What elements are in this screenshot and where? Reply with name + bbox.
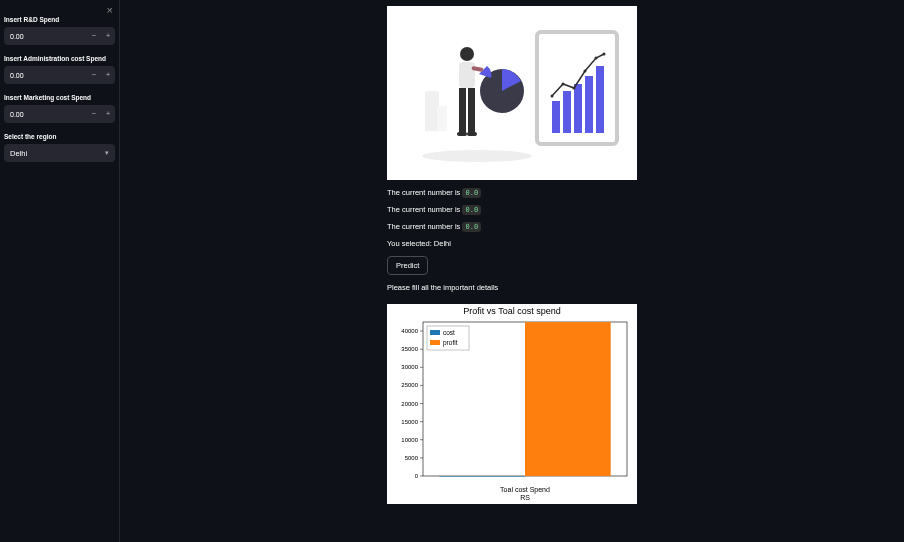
profit-cost-chart: Profit vs Toal cost spend050001000015000… [387,304,637,504]
svg-rect-50 [430,340,440,345]
marketing-spend-increment[interactable]: + [101,105,115,123]
svg-rect-21 [425,91,439,131]
svg-rect-6 [596,66,604,133]
svg-point-8 [562,83,565,86]
close-icon[interactable]: × [107,4,113,16]
svg-text:35000: 35000 [401,346,418,352]
region-select[interactable]: Delhi ▾ [4,144,115,162]
svg-point-14 [460,47,474,61]
admin-spend-decrement[interactable]: − [87,66,101,84]
status-line-1: The current number is 0.0 [387,205,637,214]
marketing-spend-value[interactable]: 0.00 [4,111,87,118]
admin-spend-value[interactable]: 0.00 [4,72,87,79]
svg-text:Profit vs Toal cost spend: Profit vs Toal cost spend [463,306,560,316]
svg-point-9 [573,87,576,90]
svg-rect-3 [563,91,571,133]
admin-spend-increment[interactable]: + [101,66,115,84]
hero-illustration [387,6,637,180]
marketing-spend-decrement[interactable]: − [87,105,101,123]
svg-rect-2 [552,101,560,133]
svg-rect-18 [457,132,467,136]
svg-rect-48 [430,330,440,335]
svg-rect-16 [459,88,466,134]
svg-text:cost: cost [443,329,455,336]
selected-region-text: You selected: Delhi [387,239,637,248]
svg-text:30000: 30000 [401,364,418,370]
field-label-region: Select the region [4,133,115,140]
svg-point-11 [595,57,598,60]
svg-text:profit: profit [443,339,458,347]
rd-spend-increment[interactable]: + [101,27,115,45]
svg-point-0 [422,150,532,162]
rd-spend-value[interactable]: 0.00 [4,33,87,40]
svg-rect-5 [585,76,593,133]
main-content: The current number is 0.0The current num… [120,0,904,542]
svg-text:0: 0 [415,473,419,479]
region-value: Delhi [10,149,27,158]
svg-rect-4 [574,84,582,133]
rd-spend-input[interactable]: 0.00 − + [4,27,115,45]
svg-point-7 [551,95,554,98]
svg-rect-15 [459,62,475,88]
svg-text:40000: 40000 [401,328,418,334]
svg-text:5000: 5000 [405,455,419,461]
svg-rect-17 [468,88,475,134]
svg-rect-19 [467,132,477,136]
svg-text:RS: RS [520,494,530,501]
admin-spend-input[interactable]: 0.00 − + [4,66,115,84]
field-label-marketing: Insert Marketing cost Spend [4,94,115,101]
svg-text:25000: 25000 [401,382,418,388]
svg-point-12 [603,53,606,56]
status-line-0: The current number is 0.0 [387,188,637,197]
chevron-down-icon: ▾ [105,149,109,157]
field-label-admin: Insert Administration cost Spend [4,55,115,62]
svg-rect-43 [439,476,525,477]
warning-text: Please fill all the important details [387,283,637,292]
marketing-spend-input[interactable]: 0.00 − + [4,105,115,123]
svg-rect-22 [437,106,447,131]
status-line-2: The current number is 0.0 [387,222,637,231]
field-label-rd: Insert R&D Spend [4,16,115,23]
svg-text:Toal cost Spend: Toal cost Spend [500,486,550,494]
svg-point-10 [584,70,587,73]
svg-rect-44 [525,322,611,476]
svg-text:10000: 10000 [401,437,418,443]
predict-button[interactable]: Predict [387,256,428,275]
rd-spend-decrement[interactable]: − [87,27,101,45]
sidebar: × Insert R&D Spend 0.00 − + Insert Admin… [0,0,120,542]
svg-text:15000: 15000 [401,419,418,425]
svg-text:20000: 20000 [401,401,418,407]
